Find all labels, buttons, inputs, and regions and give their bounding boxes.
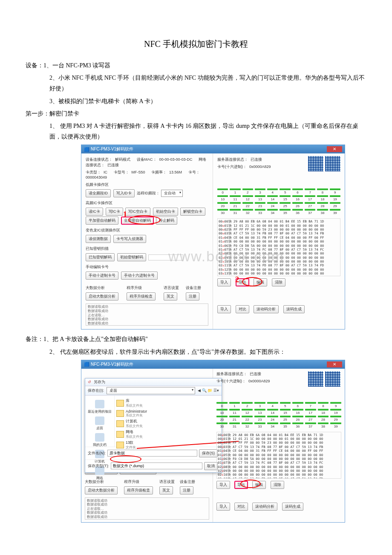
save-dialog: ↺ 另存为 保存在(I): 桌面 ◀ 🔍 📁 ☰▾ 最近使用的项目 桌面我的文档… xyxy=(85,378,222,473)
lang-en-button-2[interactable]: 英文 xyxy=(159,486,173,494)
manual-dec-button[interactable]: 手动十进制卡号 xyxy=(86,272,118,280)
hex-data-view[interactable]: 00☒00块 29 A8 00 EB 6A 08 04 00 01 B4 EE … xyxy=(217,218,340,276)
import-button[interactable]: 导入 xyxy=(217,278,231,286)
back-icon[interactable]: ↺ xyxy=(88,380,91,384)
step1-sub1: 1、 使用 PM3 对 A 卡进行解密操作，获得 A 卡卡内 16 扇区数据，导… xyxy=(26,121,366,142)
log-box-2: 数据读取成功数据读取成功正在读取…数据读取成功数据读取成功解码成功，请更换新卡来… xyxy=(85,497,209,520)
compare-button[interactable]: 对比 xyxy=(236,305,249,313)
clear-button[interactable]: 清除 xyxy=(272,278,285,286)
import-button-s2[interactable]: 导入 xyxy=(216,481,230,489)
roll-gen-button[interactable]: 滚码生成 xyxy=(283,305,305,313)
upgrade-group-title: 程序升级 xyxy=(127,285,157,291)
places-recent[interactable]: 最近使用的项目 xyxy=(87,400,112,414)
known-key-group-title: 已知密钥扫描 xyxy=(86,246,208,251)
export-button-s2[interactable]: 导出 xyxy=(234,481,248,489)
roll-analyze-button-s2[interactable]: 滚动码分析 xyxy=(252,503,277,511)
upgrade-check-button[interactable]: 程序升级检查 xyxy=(127,292,156,301)
compare-button-s2[interactable]: 对比 xyxy=(234,503,248,511)
window-titlebar: 🟦NFC-PM3-V1解码软件 ✕ xyxy=(81,145,345,153)
roll-analyze-button[interactable]: 滚动码分析 xyxy=(254,305,279,313)
window-titlebar-2: 🟦NFC-PM3-V1解码软件 ✕ xyxy=(81,360,345,369)
key-input[interactable] xyxy=(148,254,183,260)
stop-decode-button[interactable]: 停止解码 xyxy=(156,217,177,225)
status-row-2: 卡类型：IC 卡型号：MF-S50 卡频率：13.56M 卡号：00000430… xyxy=(86,170,208,179)
screenshot-2: 🟦NFC-PM3-V1解码软件 ✕ ↺ 另存为 保存在(I): 桌面 ◀ 🔍 📁… xyxy=(81,360,345,523)
filename-label: 文件名(N): xyxy=(88,451,106,456)
devreg-group-title: 设备注册 xyxy=(186,285,201,291)
save-in-select[interactable]: 桌面 xyxy=(107,387,195,394)
remark-2: 2、 代左侧扇区都变绿后，软件显示出卡内扇区数据，点"导出"并保存数据。如下图所… xyxy=(26,347,366,357)
register-button[interactable]: 注册 xyxy=(186,292,199,301)
remark-1: 备注：1、把 A 卡放设备上点"全加密自动解码" xyxy=(26,334,366,344)
status-row-1: 设备连接状态：解码模式 设备MAC：00-00-03-00-03-DC 网络连接… xyxy=(86,157,208,168)
import-button-2[interactable]: 导入 xyxy=(217,305,231,313)
clear-button-s2[interactable]: 清除 xyxy=(271,481,284,489)
device-line-2: 2、小米 NFC 手机或 NFC 手环（目前经测试小米的 NFC 功能较为完善，… xyxy=(26,72,366,94)
app-icon: 🟦 xyxy=(84,362,89,367)
write-ic-button[interactable]: 写IC卡 xyxy=(106,208,123,216)
full-enc-auto-button[interactable]: 全加密自动解码 xyxy=(121,217,154,225)
filetype-label: 保存类型(T): xyxy=(88,463,109,469)
qr-codes xyxy=(308,156,340,171)
manual-group-title: 手动编辑卡号 xyxy=(86,264,208,270)
register-button-2[interactable]: 注册 xyxy=(180,486,193,494)
doc-title: NFC 手机模拟加密门卡教程 xyxy=(26,38,366,50)
read-allseg-id-button[interactable]: 读全频段ID xyxy=(86,189,111,197)
write-ic-blank-button[interactable]: 写IC空白卡 xyxy=(125,208,150,216)
write-id-button[interactable]: 写入ID卡 xyxy=(113,189,135,197)
close-button-2[interactable]: ✕ xyxy=(327,361,342,367)
step1-title: 第一步：解密门禁卡 xyxy=(26,108,366,119)
init-key-decode-button[interactable]: 初始密钥解码 xyxy=(117,253,146,261)
device-line-1: 设备：1、一台 NFC-PM3 读写器 xyxy=(26,60,366,71)
edit-button-s2[interactable]: 编辑 xyxy=(252,481,266,489)
sector-grid: 0123456789101112131415161718192021222324… xyxy=(217,188,340,215)
window-title: NFC-PM3-V1解码软件 xyxy=(91,146,133,152)
filename-input[interactable] xyxy=(107,450,197,457)
screenshot-1: 🟦NFC-PM3-V1解码软件 ✕ 设备连接状态：解码模式 设备MAC：00-0… xyxy=(81,145,345,330)
lowfreq-group-title: 低频卡操作区 xyxy=(86,182,208,188)
import-button-s2b[interactable]: 导入 xyxy=(216,503,230,511)
lang-en-button[interactable]: 英文 xyxy=(164,292,177,301)
init-blank-button[interactable]: 初始空白卡 xyxy=(153,208,178,216)
unlock-blank-button[interactable]: 解锁空白卡 xyxy=(180,208,205,216)
manual-hex-button[interactable]: 手动十六进制卡号 xyxy=(121,272,158,280)
sector-grid-2: 0123456789101112131415161718192021222324… xyxy=(216,402,341,428)
write-detector-button[interactable]: 卡号写入侦测器 xyxy=(113,235,146,243)
start-bigdata-button[interactable]: 启动大数据分析 xyxy=(86,292,118,301)
log-box: 数据读取成功数据读取成功正在读取…数据读取成功数据读取成功解码成功，请更换新卡来… xyxy=(86,304,208,326)
save-dialog-title: 另存为 xyxy=(94,379,105,385)
device-line-3: 3、被模拟的门禁卡\电梯卡（简称 A 卡） xyxy=(26,96,366,107)
save-in-label: 保存在(I): xyxy=(88,388,104,393)
file-list[interactable]: 库系统文件夹Administrator系统文件夹计算机系统文件夹网络系统文件夹1… xyxy=(115,396,222,447)
read-ic-button[interactable]: 读IC卡 xyxy=(86,208,103,216)
export-button[interactable]: 导出 xyxy=(236,278,249,286)
hex-data-view-2[interactable]: 00☒00块 29 A8 00 EB 6A 08 04 00 01 B4 EE … xyxy=(216,432,341,479)
lang-group-title: 语言设置 xyxy=(164,285,179,291)
remote-id-label: 远程ID频段： xyxy=(137,191,160,195)
edit-button[interactable]: 编辑 xyxy=(254,278,267,286)
qr-codes-2 xyxy=(308,371,340,387)
upgrade-check-button-2[interactable]: 程序升级检查 xyxy=(124,486,153,494)
close-button[interactable]: ✕ xyxy=(327,146,342,152)
filetype-input[interactable] xyxy=(111,462,202,469)
remote-id-select[interactable]: 全自动 xyxy=(161,190,183,197)
read-detect-button[interactable]: 读侦测数据 xyxy=(86,235,111,243)
app-icon: 🟦 xyxy=(84,147,89,152)
bigdata-group-title: 大数据分析 xyxy=(86,285,120,291)
highfreq-group-title: 高频IC卡操作区 xyxy=(86,200,208,206)
start-bigdata-button-2[interactable]: 启动大数据分析 xyxy=(85,486,118,494)
chameleon-group-title: 变色龙IC侦测操作区 xyxy=(86,228,208,233)
roll-gen-button-s2[interactable]: 滚码生成 xyxy=(282,503,303,511)
known-key-decode-button[interactable]: 已知密钥解码 xyxy=(86,253,115,261)
half-enc-auto-button[interactable]: 半加密自动解码 xyxy=(86,217,118,225)
